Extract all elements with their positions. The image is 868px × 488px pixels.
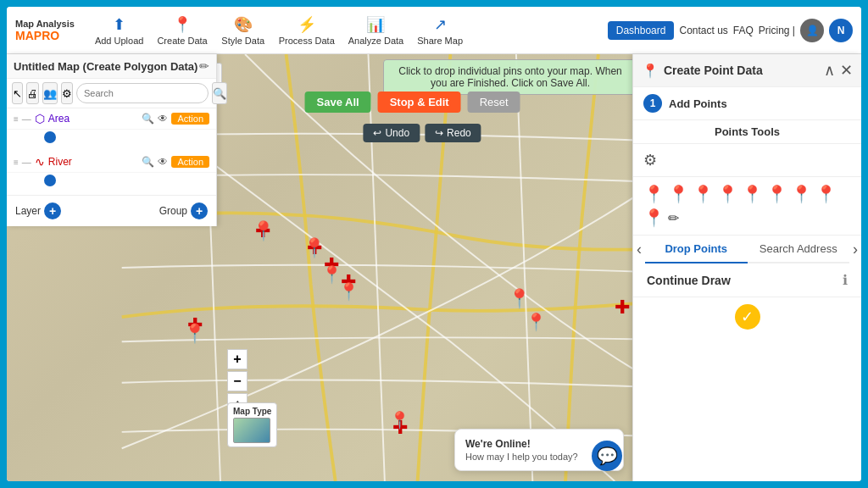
pin-edit-icon[interactable]: ✏ (668, 210, 679, 226)
polygon-icon-area: ⬡ (35, 112, 45, 125)
pin-green[interactable]: 📍 (742, 184, 763, 204)
pin-red[interactable]: 📍 (643, 184, 665, 204)
river-color-dot (44, 175, 56, 186)
nav-add-upload[interactable]: ⬆ Add Upload (95, 15, 144, 46)
eye-icon-area[interactable]: 🔍 (142, 113, 154, 125)
action-button-area[interactable]: Action (171, 113, 209, 125)
pin-marker-5[interactable]: 📍 (183, 323, 206, 345)
nav-create-data[interactable]: 📍 Create Data (157, 15, 207, 46)
chat-online-status: We're Online! (465, 438, 613, 450)
reset-button[interactable]: Reset (468, 92, 520, 113)
visibility-icon-area[interactable]: 👁 (158, 113, 168, 125)
group-label: Group (159, 205, 187, 217)
area-color-dot-row (7, 130, 216, 152)
add-layer-circle-button[interactable]: + (44, 202, 61, 219)
pin-pink[interactable]: 📍 (791, 184, 812, 204)
river-color-dot-row (7, 173, 216, 195)
stop-edit-button[interactable]: Stop & Edit (378, 92, 461, 113)
dash-icon-area: — (22, 114, 31, 124)
redo-button[interactable]: ↪ Redo (425, 124, 481, 142)
pin-brown[interactable]: 📍 (643, 208, 665, 228)
dash-icon-river: — (22, 157, 31, 167)
nav-process-data-label: Process Data (279, 36, 335, 46)
zoom-out-button[interactable]: − (227, 371, 248, 391)
users-button[interactable]: 👥 (42, 82, 58, 104)
user-avatar-icon[interactable]: 👤 (800, 19, 824, 42)
nav-share-map[interactable]: ↗ Share Map (417, 15, 463, 46)
map-type-thumbnail[interactable] (233, 418, 270, 443)
gear-icon[interactable]: ⚙ (643, 151, 657, 169)
search-icon[interactable]: 🔍 (212, 82, 227, 104)
pin-marker-4[interactable]: 📍 (338, 281, 359, 302)
map-toast-text: Click to drop individual pins onto your … (398, 65, 621, 89)
add-group-circle-button[interactable]: + (191, 202, 208, 219)
tab-search-address[interactable]: Search Address (748, 236, 850, 262)
nav-process-data[interactable]: ⚡ Process Data (279, 15, 335, 46)
pin-marker-7[interactable]: 📍 (526, 312, 547, 332)
pin-marker-1[interactable]: 📍 (252, 220, 275, 242)
dashboard-button[interactable]: Dashboard (608, 21, 675, 40)
layer-name-river: River (48, 156, 139, 168)
zoom-in-button[interactable]: + (227, 349, 248, 369)
print-button[interactable]: 🖨 (26, 82, 39, 104)
tab-nav-right-arrow[interactable]: › (849, 241, 861, 258)
step-number-1: 1 (643, 94, 662, 113)
continue-draw-info-icon[interactable]: ℹ (843, 272, 848, 288)
undo-button[interactable]: ↩ Undo (363, 124, 420, 142)
pin-yellow[interactable]: 📍 (815, 184, 837, 204)
panel-toolbar: ↖ 🖨 👥 ⚙ 🔍 (7, 79, 216, 108)
search-input[interactable] (76, 83, 209, 103)
left-panel: Untitled Map (Create Polygon Data) ✏ ↖ 🖨… (7, 54, 217, 226)
close-button[interactable]: ✕ (840, 61, 853, 80)
eye-icon-river[interactable]: 🔍 (142, 156, 154, 168)
brand-top-text: Map Analysis (15, 19, 75, 29)
main-area: Untitled Map (Create Polygon Data) ✏ ↖ 🖨… (7, 54, 861, 481)
tabs-row: Drop Points Search Address (645, 236, 849, 263)
pin-colors-row: 📍 📍 📍 📍 📍 📍 📍 📍 📍 ✏ (633, 177, 861, 236)
brand-bottom-text: MAPRO (15, 29, 75, 42)
brand-map: MAP (15, 29, 42, 42)
tabs-wrapper: ‹ Drop Points Search Address › (633, 236, 861, 263)
pin-marker-6[interactable]: 📍 (389, 410, 410, 430)
right-panel-pin-icon: 📍 (642, 63, 659, 79)
user-avatar-n[interactable]: N (829, 19, 853, 42)
visibility-icon-river[interactable]: 👁 (158, 156, 168, 168)
save-all-button[interactable]: Save All (305, 92, 371, 113)
nav-style-data[interactable]: 🎨 Style Data (221, 15, 265, 46)
faq-link[interactable]: FAQ (733, 25, 754, 36)
pin-orange[interactable]: 📍 (668, 184, 689, 204)
check-row: ✓ (633, 297, 861, 336)
brand-logo[interactable]: Map Analysis MAPRO (15, 19, 75, 42)
tab-drop-points[interactable]: Drop Points (645, 236, 748, 263)
tab-nav-left-arrow[interactable]: ‹ (633, 241, 645, 258)
pin-purple[interactable]: 📍 (717, 184, 738, 204)
pin-marker-2[interactable]: 📍 (303, 237, 326, 259)
action-button-river[interactable]: Action (171, 156, 209, 168)
settings-button[interactable]: ⚙ (61, 82, 73, 104)
right-panel: 📍 Create Point Data ∧ ✕ 1 Add Points Poi… (632, 54, 861, 481)
continue-draw-row: Continue Draw ℹ (633, 263, 861, 297)
pin-blue[interactable]: 📍 (693, 184, 714, 204)
drag-handle-river[interactable]: ≡ (14, 158, 19, 167)
map-type-box[interactable]: Map Type (227, 402, 277, 447)
layer-row-area: ≡ — ⬡ Area 🔍 👁 Action (7, 108, 216, 130)
top-navigation: Map Analysis MAPRO ⬆ Add Upload 📍 Create… (7, 7, 861, 54)
line-icon-river: ∿ (35, 155, 45, 169)
check-circle-icon[interactable]: ✓ (735, 304, 760, 330)
edit-title-icon[interactable]: ✏ (199, 59, 209, 73)
cursor-tool-button[interactable]: ↖ (12, 82, 23, 104)
brand-ro: RO (42, 29, 59, 42)
pin-cyan[interactable]: 📍 (766, 184, 787, 204)
panel-title: Untitled Map (Create Polygon Data) (14, 60, 198, 73)
map-pin-7[interactable]: 📍 (508, 288, 531, 310)
contact-link[interactable]: Contact us (679, 25, 727, 36)
minimize-button[interactable]: ∧ (824, 61, 835, 80)
add-layer-button[interactable]: Layer + (15, 202, 61, 219)
add-group-button[interactable]: Group + (159, 202, 208, 219)
pricing-link[interactable]: Pricing | (759, 25, 795, 36)
analyze-data-icon: 📊 (366, 15, 385, 34)
panel-header: Untitled Map (Create Polygon Data) ✏ (7, 54, 216, 79)
drag-handle-area[interactable]: ≡ (14, 114, 19, 124)
chat-open-button[interactable]: 💬 (592, 441, 622, 471)
nav-analyze-data[interactable]: 📊 Analyze Data (348, 15, 403, 46)
